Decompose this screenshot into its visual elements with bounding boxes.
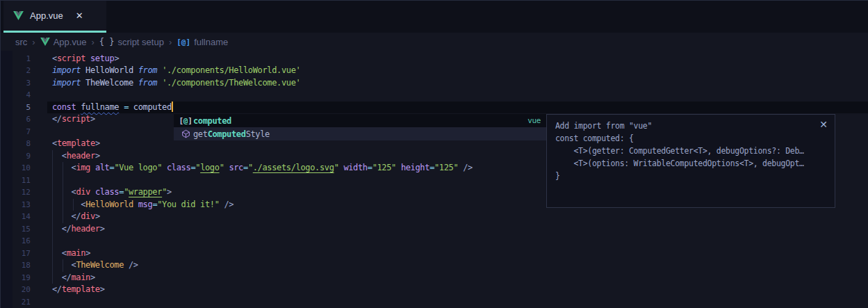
tab-bar: App.vue ✕ xyxy=(1,1,868,33)
tab-close-icon[interactable]: ✕ xyxy=(76,10,83,21)
braces-icon: { } xyxy=(99,37,115,47)
line-number: 20 xyxy=(0,284,31,296)
code-line[interactable]: <div class="wrapper"> xyxy=(52,186,473,199)
code-line[interactable]: const fullname = computed xyxy=(52,102,473,114)
vue-logo-icon xyxy=(13,11,24,20)
docs-text-line: const computed: { xyxy=(555,132,826,145)
line-number: 5 xyxy=(0,102,31,114)
breadcrumb-label: script setup xyxy=(117,37,163,47)
cube-icon xyxy=(178,129,193,138)
breadcrumb-item-script-setup[interactable]: { }script setup xyxy=(99,37,164,47)
line-number: 9 xyxy=(0,150,31,163)
line-number: 12 xyxy=(0,186,31,199)
autocomplete-popup: [@]computedvuegetComputedStyle xyxy=(174,114,546,140)
code-line[interactable]: import TheWelcome from './components/The… xyxy=(52,77,473,90)
breadcrumb: src›App.vue›{ }script setup›[@]fullname xyxy=(0,33,868,51)
docs-text-line: <T>(options: WritableComputedOptions<T>,… xyxy=(555,157,826,170)
code-line[interactable]: <main> xyxy=(52,248,473,260)
breadcrumb-item-src[interactable]: src xyxy=(15,37,27,47)
line-number: 16 xyxy=(0,235,31,248)
code-line[interactable] xyxy=(52,296,473,308)
code-line[interactable]: <TheWelcome /> xyxy=(52,259,473,272)
line-number: 8 xyxy=(0,138,31,150)
suggestion-computed[interactable]: [@]computedvue xyxy=(174,114,546,127)
breadcrumb-separator: › xyxy=(91,37,94,47)
breadcrumb-label: fullname xyxy=(194,37,228,47)
code-line[interactable]: </template> xyxy=(52,284,473,296)
code-editor[interactable]: <script setup>import HelloWorld from './… xyxy=(52,53,473,308)
line-number: 19 xyxy=(0,272,31,284)
line-number: 21 xyxy=(0,296,31,308)
code-line[interactable] xyxy=(52,235,473,248)
line-number: 1 xyxy=(0,53,31,65)
code-line[interactable]: </header> xyxy=(52,223,473,236)
text-cursor xyxy=(172,102,173,112)
code-line[interactable]: <script setup> xyxy=(52,53,473,65)
line-number: 11 xyxy=(0,175,31,187)
suggestion-label: getComputedStyle xyxy=(193,129,270,139)
breadcrumb-separator: › xyxy=(32,37,35,47)
line-number: 4 xyxy=(0,89,31,102)
docs-close-icon[interactable]: ✕ xyxy=(819,119,828,130)
suggestion-docs-panel: Add import from "vue"const computed: { <… xyxy=(546,114,835,208)
breadcrumb-label: App.vue xyxy=(54,37,87,47)
code-line[interactable]: </div> xyxy=(52,211,473,223)
line-number: 14 xyxy=(0,211,31,223)
tab-app-vue[interactable]: App.vue ✕ xyxy=(3,1,106,31)
tab-title: App.vue xyxy=(30,10,63,21)
line-number: 13 xyxy=(0,199,31,211)
vue-logo-icon xyxy=(40,38,50,46)
code-line[interactable]: <header> xyxy=(52,150,473,163)
docs-text-line: <T>(getter: ComputedGetter<T>, debugOpti… xyxy=(555,145,826,157)
line-number: 2 xyxy=(0,65,31,77)
breadcrumb-separator: › xyxy=(169,37,172,47)
line-number: 18 xyxy=(0,259,31,272)
line-number: 17 xyxy=(0,248,31,260)
code-line[interactable]: import HelloWorld from './components/Hel… xyxy=(52,65,473,77)
breadcrumb-item-fullname[interactable]: [@]fullname xyxy=(177,37,228,47)
symbol-value-icon: [@] xyxy=(177,38,190,47)
line-number: 10 xyxy=(0,162,31,175)
suggestion-getComputedStyle[interactable]: getComputedStyle xyxy=(174,127,546,140)
line-number: 6 xyxy=(0,113,31,126)
suggestion-label: computed xyxy=(193,116,231,126)
docs-text-line: Add import from "vue" xyxy=(555,120,826,132)
breadcrumb-item-App.vue[interactable]: App.vue xyxy=(40,37,87,47)
line-number: 3 xyxy=(0,77,31,90)
line-number: 7 xyxy=(0,126,31,138)
code-line[interactable]: </main> xyxy=(52,272,473,284)
line-number-gutter: 123456789101112131415161718192021 xyxy=(0,53,31,308)
code-line[interactable]: <HelloWorld msg="You did it!" /> xyxy=(52,199,473,211)
computed-member-icon: [@] xyxy=(178,116,193,125)
suggestion-detail: vue xyxy=(527,116,541,125)
code-line[interactable] xyxy=(52,175,473,187)
docs-text-line: } xyxy=(555,170,826,182)
line-number: 15 xyxy=(0,223,31,236)
code-line[interactable]: <img alt="Vue logo" class="logo" src="./… xyxy=(52,162,473,175)
breadcrumb-label: src xyxy=(15,37,27,47)
code-line[interactable] xyxy=(52,89,473,102)
